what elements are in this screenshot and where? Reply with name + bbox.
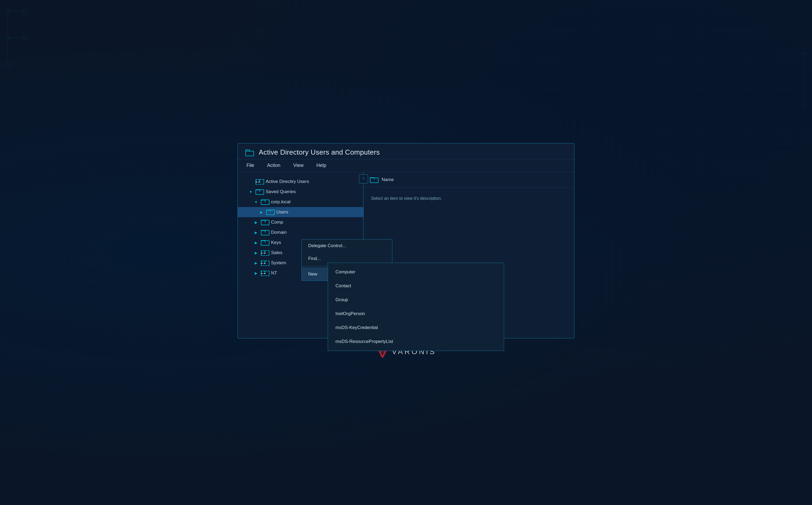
comp-chevron: ▶ — [254, 220, 258, 224]
menu-help[interactable]: Help — [315, 162, 327, 169]
tree-item-domain[interactable]: ▶ Domain — [238, 227, 363, 237]
name-column-header: Name — [382, 177, 394, 182]
users-chevron: ▶ — [259, 210, 264, 214]
svg-rect-7 — [23, 10, 26, 13]
menu-view[interactable]: View — [292, 162, 305, 169]
context-menu-delegate[interactable]: Delegate Control... — [302, 239, 392, 252]
menu-action[interactable]: Action — [266, 162, 281, 169]
submenu-item-computer[interactable]: Computer — [328, 265, 504, 279]
tree-item-corp-local[interactable]: ▼ corp.local — [238, 197, 363, 207]
svg-rect-8 — [23, 36, 26, 40]
menu-file[interactable]: File — [245, 162, 255, 169]
domain-chevron: ▶ — [254, 230, 258, 234]
nt-chevron: ▶ — [254, 271, 258, 275]
system-chevron: ▶ — [254, 261, 258, 265]
keys-folder-icon — [261, 240, 268, 245]
sales-folder-icon — [261, 250, 268, 256]
nt-label: NT — [271, 271, 277, 276]
saved-queries-label: Saved Queries — [266, 189, 296, 194]
submenu-item-msds-resourcepropertylist[interactable]: msDS-ResourcePropertyList — [328, 335, 504, 349]
main-area: ^ Active Directiry Users ▼ Saved Queries… — [238, 172, 574, 338]
sales-label: Sales — [271, 250, 283, 256]
submenu-item-msds-keycredential[interactable]: msDS-KeyCredential — [328, 321, 504, 335]
main-window: Active Directory Users and Computers Fil… — [238, 143, 574, 338]
users-label: Users — [276, 209, 288, 215]
users-folder-icon — [266, 209, 274, 215]
svg-point-0 — [5, 9, 10, 13]
saved-queries-chevron: ▼ — [249, 190, 253, 194]
context-menu-new-label: New — [308, 272, 317, 277]
comp-label: Comp — [271, 219, 283, 225]
root-label: Active Directiry Users — [266, 179, 309, 184]
tree-item-root[interactable]: Active Directiry Users — [238, 177, 363, 187]
collapse-icon: ^ — [363, 177, 364, 181]
menu-bar: File Action View Help — [238, 159, 574, 172]
saved-queries-folder-icon — [256, 189, 263, 195]
corp-local-folder-icon — [261, 199, 268, 205]
title-folder-icon — [245, 149, 254, 156]
sales-chevron: ▶ — [254, 251, 258, 255]
tree-item-comp[interactable]: ▶ Comp — [238, 217, 363, 227]
svg-point-1 — [5, 36, 10, 40]
submenu-item-contact[interactable]: Contact — [328, 279, 504, 293]
svg-point-9 — [803, 52, 806, 55]
right-pane-body: Select an item to view it's description. — [363, 187, 574, 209]
system-folder-icon — [261, 260, 268, 266]
submenu-item-inetorgperson[interactable]: InetOrgPerson — [328, 307, 504, 321]
submenu: Computer Contact Group InetOrgPerson msD… — [328, 263, 504, 351]
collapse-button[interactable]: ^ — [359, 174, 368, 183]
svg-point-10 — [803, 106, 806, 109]
root-folder-icon — [256, 179, 263, 185]
comp-folder-icon — [261, 219, 268, 225]
submenu-item-group[interactable]: Group — [328, 293, 504, 307]
right-pane-folder-icon — [370, 177, 378, 183]
system-label: System — [271, 260, 286, 266]
domain-label: Domain — [271, 230, 287, 235]
window-title: Active Directory Users and Computers — [259, 148, 380, 156]
nt-folder-icon — [261, 270, 268, 276]
corp-local-label: corp.local — [271, 199, 291, 205]
tree-item-users[interactable]: ▶ Users — [238, 207, 363, 217]
keys-label: Keys — [271, 240, 281, 245]
svg-point-2 — [5, 62, 10, 67]
corp-local-chevron: ▼ — [254, 200, 258, 204]
keys-chevron: ▶ — [254, 241, 258, 245]
right-pane-header: Name — [363, 172, 574, 187]
tree-item-saved-queries[interactable]: ▼ Saved Queries — [238, 187, 363, 197]
domain-folder-icon — [261, 229, 268, 235]
placeholder-text: Select an item to view it's description. — [371, 196, 442, 201]
title-bar: Active Directory Users and Computers — [238, 143, 574, 159]
